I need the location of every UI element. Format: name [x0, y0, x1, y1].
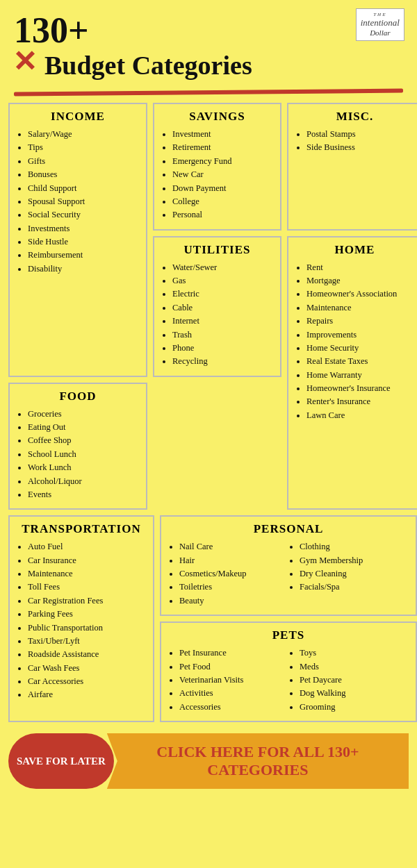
pets-col2: Toys Meds Pet Daycare Dog Walking Groomi…: [288, 646, 409, 714]
list-item: Pet Food: [179, 660, 288, 674]
list-item: Bonuses: [28, 168, 139, 181]
list-item: Homeowner's Insurance: [306, 382, 414, 395]
list-item: Dry Cleaning: [300, 567, 409, 581]
x-mark: ✕: [13, 47, 37, 76]
list-item: Toll Fees: [28, 581, 146, 594]
transportation-list: Auto Fuel Car Insurance Maintenance Toll…: [17, 540, 146, 702]
list-item: Child Support: [28, 182, 139, 195]
list-item: Pet Daycare: [300, 674, 409, 687]
list-item: Investments: [28, 222, 139, 235]
list-item: Hair: [179, 554, 288, 567]
personal-title: PERSONAL: [168, 522, 409, 536]
list-item: Home Security: [306, 342, 414, 355]
list-item: Work Lunch: [28, 461, 139, 474]
pets-columns: Pet Insurance Pet Food Veterinarian Visi…: [168, 646, 409, 714]
list-item: Mortgage: [306, 274, 414, 287]
list-item: Car Wash Fees: [28, 662, 146, 675]
list-item: Parking Fees: [28, 608, 146, 621]
list-item: Salary/Wage: [28, 128, 139, 141]
misc-list: Postal Stamps Side Business: [295, 128, 414, 155]
list-item: Clothing: [300, 540, 409, 553]
list-item: Events: [28, 488, 139, 501]
secondary-grid: TRANSPORTATION Auto Fuel Car Insurance M…: [0, 515, 417, 728]
list-item: Investment: [172, 128, 273, 141]
list-item: Rent: [306, 261, 414, 274]
list-item: Maintenance: [28, 567, 146, 581]
list-item: Homeowner's Association: [306, 287, 414, 301]
list-item: Water/Sewer: [172, 261, 273, 274]
list-item: Cable: [172, 301, 273, 315]
header-section: THE intentional Dollar 130+ ✕ 80 Budget …: [0, 0, 417, 87]
list-item: Toys: [300, 646, 409, 660]
list-item: Postal Stamps: [306, 128, 414, 141]
list-item: Car Registration Fees: [28, 594, 146, 608]
list-item: Real Estate Taxes: [306, 355, 414, 368]
logo-dollar: Dollar: [361, 28, 400, 37]
list-item: School Lunch: [28, 448, 139, 461]
list-item: Side Business: [306, 141, 414, 154]
list-item: Grooming: [300, 701, 409, 714]
personal-col1: Nail Care Hair Cosmetics/Makeup Toiletri…: [168, 540, 288, 608]
list-item: Personal: [172, 208, 273, 222]
list-item: Lawn Care: [306, 409, 414, 422]
main-title: 130+: [14, 12, 403, 49]
logo: THE intentional Dollar: [356, 8, 404, 41]
personal-card: PERSONAL Nail Care Hair Cosmetics/Makeup…: [160, 515, 417, 616]
income-card: INCOME Salary/Wage Tips Gifts Bonuses Ch…: [8, 103, 147, 377]
red-underline: [14, 89, 403, 97]
list-item: Alcohol/Liquor: [28, 475, 139, 488]
list-item: Disability: [28, 262, 139, 276]
list-item: Activities: [179, 687, 288, 700]
list-item: Renter's Insurance: [306, 395, 414, 408]
list-item: Auto Fuel: [28, 540, 146, 553]
income-list: Salary/Wage Tips Gifts Bonuses Child Sup…: [17, 128, 139, 276]
list-item: Cosmetics/Makeup: [179, 567, 288, 581]
title-number: 130+: [14, 12, 89, 49]
list-item: Social Security: [28, 208, 139, 222]
home-card: HOME Rent Mortgage Homeowner's Associati…: [287, 236, 417, 510]
list-item: Down Payment: [172, 182, 273, 195]
list-item: Meds: [300, 660, 409, 674]
list-item: Veterinarian Visits: [179, 674, 288, 687]
list-item: Nail Care: [179, 540, 288, 553]
pets-col1: Pet Insurance Pet Food Veterinarian Visi…: [168, 646, 288, 714]
home-title: HOME: [295, 243, 414, 257]
pets-title: PETS: [168, 628, 409, 642]
food-list: Groceries Eating Out Coffee Shop School …: [17, 408, 139, 502]
list-item: Gas: [172, 274, 273, 287]
list-item: Reimbursement: [28, 249, 139, 262]
pets-card: PETS Pet Insurance Pet Food Veterinarian…: [160, 621, 417, 722]
utilities-title: UTILITIES: [161, 243, 273, 257]
strikethrough-word: ✕ 80: [14, 50, 40, 81]
list-item: Roadside Assistance: [28, 648, 146, 661]
list-item: Internet: [172, 315, 273, 328]
list-item: Eating Out: [28, 421, 139, 434]
transportation-title: TRANSPORTATION: [17, 522, 146, 536]
logo-intentional: intentional: [361, 17, 400, 28]
transportation-card: TRANSPORTATION Auto Fuel Car Insurance M…: [8, 515, 154, 722]
misc-title: MISC.: [295, 110, 414, 124]
cta-button[interactable]: CLICK HERE FOR ALL 130+ CATEGORIES: [107, 733, 409, 789]
logo-the: THE: [361, 12, 400, 17]
home-list: Rent Mortgage Homeowner's Association Ma…: [295, 261, 414, 423]
list-item: Trash: [172, 328, 273, 342]
title-text: Budget Categories: [44, 50, 252, 81]
list-item: Car Insurance: [28, 554, 146, 567]
list-item: Maintenance: [306, 301, 414, 315]
list-item: Tips: [28, 141, 139, 154]
list-item: College: [172, 195, 273, 208]
list-item: Car Accessories: [28, 675, 146, 688]
list-item: Beauty: [179, 594, 288, 608]
personal-col2: Clothing Gym Membership Dry Cleaning Fac…: [288, 540, 409, 608]
list-item: Spousal Support: [28, 195, 139, 208]
list-item: Gym Membership: [300, 554, 409, 567]
savings-list: Investment Retirement Emergency Fund New…: [161, 128, 273, 222]
list-item: Airfare: [28, 688, 146, 701]
list-item: New Car: [172, 168, 273, 181]
footer[interactable]: SAVE FOR LATER CLICK HERE FOR ALL 130+ C…: [8, 733, 409, 789]
list-item: Improvements: [306, 328, 414, 342]
utilities-list: Water/Sewer Gas Electric Cable Internet …: [161, 261, 273, 369]
list-item: Dog Walking: [300, 687, 409, 700]
list-item: Toiletries: [179, 581, 288, 594]
list-item: Repairs: [306, 315, 414, 328]
